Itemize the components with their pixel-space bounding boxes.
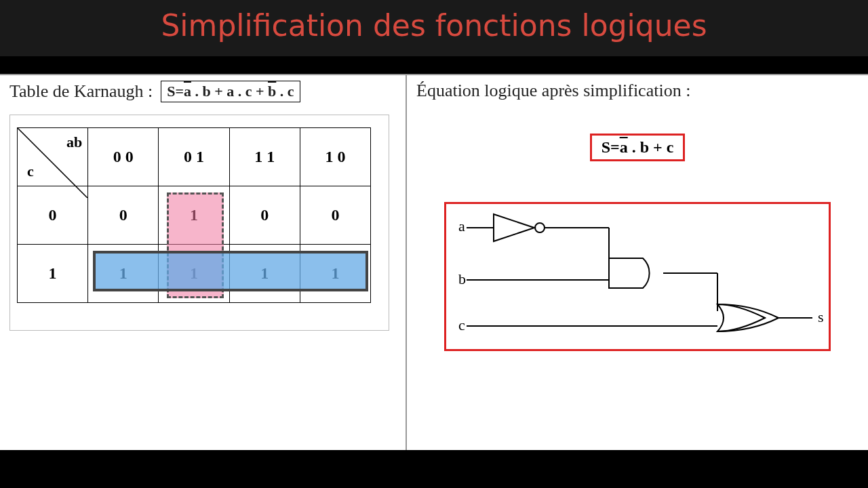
karnaugh-heading: Table de Karnaugh :: [9, 81, 153, 102]
kmap-row-var: c: [27, 163, 34, 180]
kmap-row-1: 1: [18, 245, 88, 303]
kmap-corner: ab c: [18, 128, 88, 186]
kmap-cell: 1: [159, 245, 229, 303]
simplified-equation: S=a . b + c: [590, 134, 686, 161]
input-c-label: c: [458, 317, 465, 333]
eq-a-bar: a: [184, 83, 191, 100]
kmap-cell: 1: [159, 186, 229, 245]
seq-rest: . b + c: [628, 138, 674, 156]
kmap-container: ab c 0 0 0 1 1 1 1 0 0 0 1 0 0 1: [9, 115, 389, 331]
kmap-cell: 1: [88, 245, 159, 303]
kmap-col-var: ab: [66, 134, 82, 151]
kmap-row-0: 0: [18, 186, 88, 245]
kmap-table: ab c 0 0 0 1 1 1 1 0 0 0 1 0 0 1: [17, 127, 371, 303]
eq-mid: . b + a . c +: [191, 83, 268, 100]
eq-lhs: S=: [167, 83, 184, 100]
eq-b-bar: b: [268, 83, 276, 100]
or-gate-icon: [717, 304, 765, 331]
original-equation: S=a . b + a . c + b . c: [161, 81, 300, 102]
content-area: Table de Karnaugh : S=a . b + a . c + b …: [0, 74, 868, 450]
kmap-cell: 0: [300, 186, 370, 245]
kmap-cell: 1: [300, 245, 370, 303]
result-panel: Équation logique après simplification : …: [407, 74, 868, 450]
kmap-cell: 0: [88, 186, 159, 245]
karnaugh-heading-row: Table de Karnaugh : S=a . b + a . c + b …: [9, 81, 396, 102]
kmap-col-00: 0 0: [88, 128, 159, 186]
title-bar: Simplification des fonctions logiques: [0, 0, 868, 56]
kmap-cell: 1: [229, 245, 300, 303]
output-s-label: s: [818, 308, 824, 325]
kmap-col-10: 1 0: [300, 128, 370, 186]
result-heading: Équation logique après simplification :: [416, 81, 859, 101]
input-b-label: b: [458, 270, 466, 287]
page-title: Simplification des fonctions logiques: [0, 8, 868, 43]
logic-circuit: a b c: [444, 202, 831, 351]
input-a-label: a: [458, 218, 465, 235]
and-gate-icon: [609, 258, 650, 288]
circuit-svg: a b c: [446, 204, 833, 353]
kmap-col-11: 1 1: [229, 128, 300, 186]
eq-end: . c: [276, 83, 294, 100]
karnaugh-panel: Table de Karnaugh : S=a . b + a . c + b …: [0, 74, 407, 450]
seq-a-bar: a: [620, 138, 628, 156]
seq-lhs: S=: [601, 138, 620, 156]
not-gate-icon: [494, 214, 534, 241]
kmap-cell: 0: [229, 186, 300, 245]
kmap-col-01: 0 1: [159, 128, 229, 186]
